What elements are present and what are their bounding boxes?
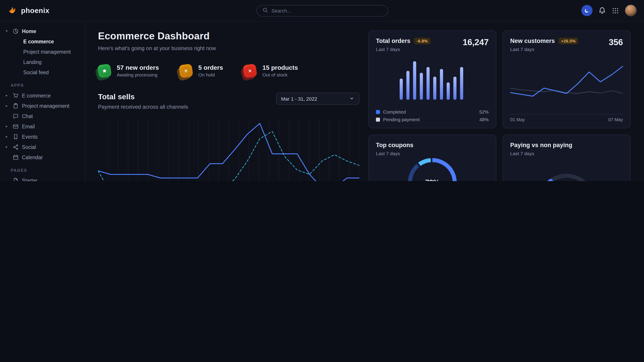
sidebar-item-home[interactable]: ▾ Home [0, 26, 85, 36]
trend-badge: +26.5% [558, 37, 578, 44]
stat-value: 5 orders [198, 64, 223, 71]
stat-label: Awating processing [117, 72, 159, 77]
sidebar-section-label: APPS [11, 83, 85, 88]
bookmark-icon [12, 133, 19, 140]
sidebar-item-project-management[interactable]: ▸ Project management [0, 101, 85, 111]
x-axis-labels: 01 May 07 May [510, 114, 623, 122]
chevron-down-icon [349, 95, 354, 102]
legend-item: Completed52% [376, 109, 489, 114]
global-search[interactable] [256, 5, 388, 16]
card-title: New customers [510, 37, 555, 44]
legend-swatch [376, 117, 380, 121]
navbar-actions [581, 4, 637, 16]
x-label: 01 May [510, 117, 525, 122]
donut-center-value: 72% [425, 178, 440, 181]
pause-icon [179, 63, 194, 78]
total-orders-bar-chart [376, 52, 489, 109]
top-coupons-donut-chart: 72% [376, 156, 489, 181]
card-subtitle: Last 7 days [376, 46, 430, 52]
page-title: Ecommerce Dashboard [98, 30, 359, 42]
caret-right-icon: ▸ [6, 145, 10, 149]
sidebar-item-chat[interactable]: ▸ Chat [0, 111, 85, 121]
apps-grid-icon[interactable] [612, 7, 619, 14]
date-range-select[interactable]: Mar 1 - 31, 2022 [276, 93, 359, 105]
total-sells-title: Total sells [98, 93, 188, 101]
sidebar-item-e-commerce[interactable]: E commerce [0, 36, 85, 46]
brand[interactable]: phoenix [7, 4, 50, 16]
chart-legend: Completed52% Pending payment48% [376, 109, 489, 122]
card-new-customers: New customers +26.5% Last 7 days 356 01 [502, 30, 630, 128]
chat-icon [12, 113, 19, 119]
new-customers-line-chart [510, 54, 623, 112]
caret-right-icon: ▸ [6, 104, 10, 108]
card-title: Top coupons [376, 142, 414, 148]
pie-icon [12, 28, 19, 34]
notifications-bell-icon[interactable] [598, 7, 606, 14]
card-title: Total orders [376, 37, 410, 44]
main-content: Ecommerce Dashboard Here's what's going … [86, 21, 644, 181]
new-customers-value: 356 [609, 37, 623, 47]
caret-right-icon: ▸ [6, 135, 10, 139]
stat-label: Out of stock [262, 72, 298, 77]
caret-down-icon: ▾ [6, 29, 10, 33]
card-subtitle: Last 7 days [510, 151, 572, 156]
file-icon [12, 177, 19, 181]
card-subtitle: Last 7 days [510, 46, 578, 52]
sidebar-item-social[interactable]: ▸ Social [0, 142, 85, 152]
paying-gauge-chart [510, 156, 623, 181]
calendar-icon [12, 154, 19, 160]
stat-value: 57 new orders [117, 64, 159, 71]
sidebar-item-starter[interactable]: ▸ Starter [0, 175, 85, 181]
brand-name: phoenix [21, 6, 50, 14]
x-icon [243, 63, 258, 78]
card-title: Paying vs non paying [510, 142, 572, 148]
total-sells-subtitle: Payment received across all channels [98, 104, 188, 110]
total-orders-value: 16,247 [463, 37, 489, 47]
sidebar-item-calendar[interactable]: ▸ Calendar [0, 152, 85, 162]
sidebar-item-events[interactable]: ▸ Events [0, 131, 85, 142]
caret-right-icon: ▸ [6, 124, 10, 128]
user-avatar[interactable] [625, 4, 637, 16]
top-navbar: phoenix [0, 0, 644, 21]
app-window: phoenix ▾ Home E commerce Project manage… [0, 0, 644, 181]
stat-item: 15 products Out of stock [244, 64, 298, 77]
sidebar-item-e-commerce[interactable]: ▸ E commerce [0, 90, 85, 101]
sidebar-item-social-feed[interactable]: Social feed [0, 67, 85, 77]
legend-item: Pending payment48% [376, 117, 489, 122]
mail-icon [12, 123, 19, 129]
legend-swatch [376, 110, 380, 114]
sidebar: ▾ Home E commerce Project management Lan… [0, 21, 86, 181]
card-paying-vs-non-paying: Paying vs non paying Last 7 days Paying … [502, 135, 630, 181]
total-sells-chart: 01 May 15 May 30 May [98, 117, 359, 181]
global-search-input[interactable] [272, 8, 382, 13]
card-top-coupons: Top coupons Last 7 days 72% Percentage d… [368, 135, 496, 181]
stats-row: 57 new orders Awating processing 5 order… [98, 64, 359, 77]
caret-right-icon: ▸ [6, 93, 10, 97]
clipboard-icon [12, 103, 19, 109]
stat-item: 5 orders On hold [180, 64, 223, 77]
search-icon [262, 6, 268, 14]
stat-value: 15 products [262, 64, 298, 71]
date-range-value: Mar 1 - 31, 2022 [281, 96, 317, 101]
cart-icon [12, 92, 19, 99]
sidebar-item-email[interactable]: ▸ Email [0, 121, 85, 131]
theme-toggle-button[interactable] [581, 5, 592, 16]
stat-label: On hold [198, 72, 223, 77]
trend-badge: -6.8% [414, 37, 430, 44]
card-subtitle: Last 7 days [376, 151, 414, 156]
sidebar-item-landing[interactable]: Landing [0, 57, 85, 67]
star-fill-icon [97, 63, 112, 78]
x-label: 07 May [608, 117, 623, 122]
page-subtitle: Here's what's going on at your business … [98, 45, 359, 51]
phoenix-logo-icon [7, 4, 18, 16]
sidebar-item-project-management[interactable]: Project management [0, 46, 85, 57]
stat-item: 57 new orders Awating processing [98, 64, 159, 77]
share-icon [12, 144, 19, 150]
sidebar-section-label: PAGES [11, 168, 85, 173]
card-total-orders: Total orders -6.8% Last 7 days 16,247 [368, 30, 496, 128]
sidebar-nav: ▾ Home E commerce Project management Lan… [0, 26, 85, 181]
